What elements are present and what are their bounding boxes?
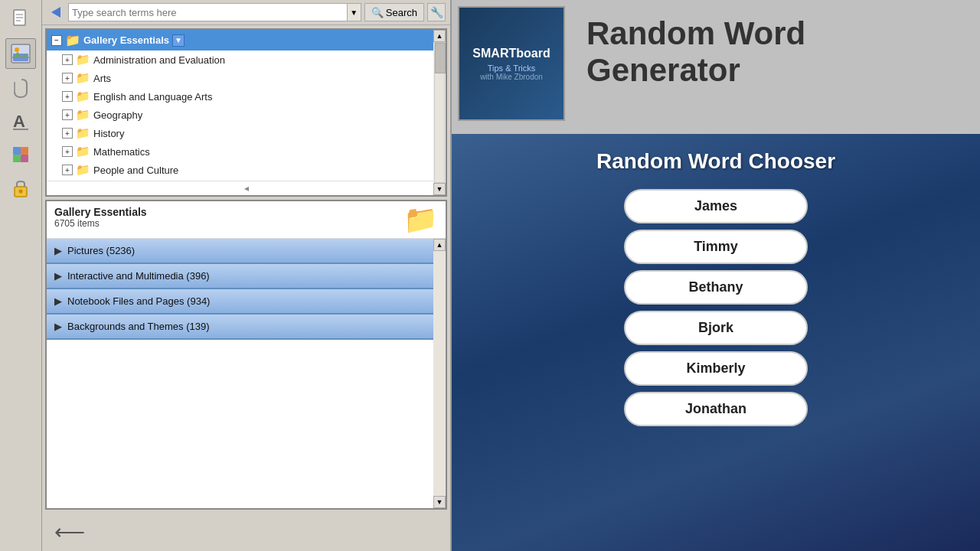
category-arrow-icon: ▶ [54,246,61,256]
tree-item[interactable]: + 📁 Administration and Evaluation [47,51,446,69]
svg-marker-17 [51,7,60,18]
tree-header[interactable]: − 📁 Gallery Essentials ▼ [47,30,446,51]
folder-icon: 📁 [76,145,90,158]
cat-scroll-down[interactable]: ▼ [433,496,446,508]
expand-icon[interactable]: + [62,54,73,65]
category-label: Backgrounds and Themes (139) [67,321,209,332]
folder-icon: 📁 [76,53,90,67]
svg-point-16 [19,190,23,194]
scroll-thumb[interactable] [435,43,446,73]
ge-folder-icon: 📁 [403,206,438,233]
ge-count: 6705 items [54,218,147,229]
page-title: Random Word Generator [571,0,980,104]
search-icon: 🔍 [371,7,384,18]
search-input-wrap: ▼ [68,3,361,21]
scroll-up-button[interactable]: ▲ [433,30,446,42]
tree-scrollbar[interactable]: ▲ ▼ [433,30,446,195]
tree-item-label: History [93,128,124,139]
cat-scroll-track [433,251,446,496]
list-item[interactable]: ▶ Notebook Files and Pages (934) [47,289,433,315]
search-input[interactable] [69,7,347,18]
tree-dropdown-button[interactable]: ▼ [172,34,185,47]
expand-icon[interactable]: + [62,91,73,102]
svg-rect-13 [13,155,21,162]
tree-item-label: Arts [93,73,111,84]
category-arrow-icon: ▶ [54,296,61,307]
svg-rect-11 [13,147,21,155]
name-button-james[interactable]: James [624,189,808,223]
attachment-icon[interactable] [5,72,36,103]
list-item[interactable]: ▶ Interactive and Multimedia (396) [47,264,433,289]
tree-item[interactable]: + 📁 People and Culture [47,161,446,179]
wrench-icon: 🔧 [430,6,443,18]
tree-item[interactable]: + 📁 Mathematics [47,142,446,161]
smartboard-author: with Mike Zbrodon [480,73,543,81]
expand-icon[interactable]: + [62,73,73,83]
back-button[interactable] [47,4,65,21]
expand-icon[interactable]: + [62,165,73,175]
list-item[interactable]: ▶ Backgrounds and Themes (139) [47,315,433,340]
svg-rect-14 [21,155,28,162]
folder-icon: 📁 [76,90,90,103]
scroll-track [434,42,445,183]
folder-icon: 📁 [76,163,90,177]
name-button-jonathan[interactable]: Jonathan [624,392,808,426]
smartboard-subtitle: Tips & Tricks [488,64,536,73]
name-button-kimberly[interactable]: Kimberly [624,351,808,386]
left-sidebar: A [0,0,42,551]
list-item[interactable]: ▶ Pictures (5236) [47,239,433,264]
svg-rect-12 [21,147,28,155]
nav-back-arrow[interactable]: ⟵ [48,520,91,545]
tree-item-label: English and Language Arts [93,91,212,103]
tree-item-label: Geography [93,109,142,121]
folder-icon: 📁 [76,71,90,85]
ge-content: ▲ ▼ ▶ Pictures (5236) ▶ Interactive and … [47,239,446,508]
random-word-chooser: Random Word Chooser James Timmy Bethany … [452,134,980,551]
folder-icon: 📁 [76,126,90,140]
expand-icon[interactable]: + [62,109,73,120]
smartboard-thumbnail: SMARTboard Tips & Tricks with Mike Zbrod… [458,6,565,121]
category-label: Pictures (5236) [67,245,135,256]
tree-item[interactable]: + 📁 English and Language Arts [47,87,446,106]
puzzle-icon[interactable] [5,139,36,170]
bottom-area: ⟵ [42,513,450,551]
tree-header-collapse-button[interactable]: − [51,35,62,46]
svg-text:A: A [13,112,25,131]
search-bar: ▼ 🔍 Search 🔧 [42,0,450,25]
folder-icon: 📁 [76,108,90,122]
name-button-bethany[interactable]: Bethany [624,270,808,305]
smartboard-title: SMARTboard [472,46,550,60]
tree-item[interactable]: + 📁 Arts [47,69,446,87]
expand-icon[interactable]: + [62,146,73,157]
left-panel: ▼ 🔍 Search 🔧 ▲ ▼ − 📁 Gallery Essentials … [42,0,452,551]
expand-icon[interactable]: + [62,128,73,139]
category-label: Notebook Files and Pages (934) [67,295,210,307]
ge-header: Gallery Essentials 6705 items 📁 [47,201,446,239]
gallery-tree-panel: ▲ ▼ − 📁 Gallery Essentials ▼ + 📁 Adminis… [45,28,447,197]
tree-item-label: Administration and Evaluation [93,54,225,66]
search-label: Search [386,7,417,18]
search-button[interactable]: 🔍 Search [364,3,424,21]
tree-item[interactable]: + 📁 History [47,124,446,142]
gallery-icon[interactable] [5,38,36,69]
chooser-title: Random Word Chooser [596,149,835,174]
gallery-essentials-panel: Gallery Essentials 6705 items 📁 ▲ ▼ ▶ Pi… [45,200,447,510]
tree-item-label: People and Culture [93,165,178,176]
page-icon[interactable] [5,5,36,35]
tree-scroll-area: + 📁 Administration and Evaluation + 📁 Ar… [47,51,446,181]
cat-scroll-up[interactable]: ▲ [433,239,446,251]
tree-item[interactable]: + 📁 Geography [47,106,446,124]
text-icon[interactable]: A [5,106,36,136]
name-button-timmy[interactable]: Timmy [624,230,808,264]
name-buttons: James Timmy Bethany Bjork Kimberly Jonat… [624,189,808,426]
lock-icon[interactable] [5,173,36,204]
tree-item-label: Mathematics [93,146,150,158]
category-label: Interactive and Multimedia (396) [67,270,210,282]
search-dropdown-button[interactable]: ▼ [347,4,361,21]
name-button-bjork[interactable]: Bjork [624,311,808,345]
scroll-down-button[interactable]: ▼ [433,183,446,195]
gallery-title: Gallery Essentials [83,34,169,46]
category-list: ▶ Pictures (5236) ▶ Interactive and Mult… [47,239,446,508]
settings-button[interactable]: 🔧 [427,3,446,21]
category-scrollbar[interactable]: ▲ ▼ [433,239,446,508]
